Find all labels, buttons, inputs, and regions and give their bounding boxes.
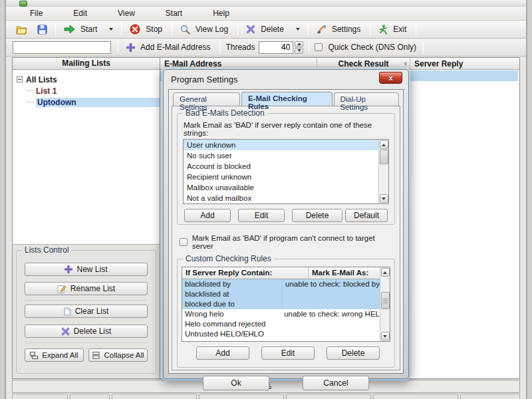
scrollbar-thumb[interactable] <box>381 292 390 309</box>
lists-control-group: Lists Control New List Rename List <box>16 250 156 374</box>
toolbar-separator <box>118 41 118 54</box>
delete-rule-button[interactable]: Delete <box>327 346 380 360</box>
toolbar-separator <box>121 23 122 36</box>
list-item-selected[interactable]: User unknown <box>184 140 378 150</box>
main-toolbar: Start Stop View Log <box>6 21 526 39</box>
ok-button[interactable]: Ok <box>203 376 269 390</box>
email-address-input[interactable] <box>13 41 111 54</box>
custom-rules-table[interactable]: If Server Reply Contain: Mark E-Mail As:… <box>182 267 390 342</box>
exit-runner-icon <box>378 25 388 35</box>
exit-button[interactable]: Exit <box>374 22 412 37</box>
spinner-down-button[interactable] <box>295 48 303 54</box>
scrollbar-thumb[interactable] <box>380 150 388 164</box>
default-strings-button[interactable]: Default <box>345 209 388 222</box>
tab-general-settings[interactable]: General Settings <box>173 92 240 106</box>
add-string-button[interactable]: Add <box>184 209 231 222</box>
menu-file[interactable]: File <box>26 7 47 19</box>
tab-dialup-settings[interactable]: Dial-Up Settings <box>334 92 400 106</box>
expand-all-button[interactable]: Expand All <box>25 348 84 362</box>
table-row[interactable]: Wrong helo Helo command rejected Untrust… <box>182 309 380 342</box>
program-settings-dialog: Program Settings x General Settings E-Ma… <box>162 68 410 380</box>
menu-edit[interactable]: Edit <box>69 7 91 19</box>
address-toolbar: Add E-Mail Address Threads Quick Check (… <box>6 39 526 57</box>
cant-connect-label: Mark Email as 'BAD' if program can't con… <box>192 234 394 250</box>
column-mark-email-as[interactable]: Mark E-Mail As: <box>309 267 380 279</box>
rule-line: Helo command rejected <box>185 319 281 329</box>
collapse-all-button[interactable]: Collapse All <box>88 348 148 362</box>
tree-line <box>27 102 34 102</box>
cant-connect-checkbox[interactable] <box>180 238 188 246</box>
stop-button[interactable]: Stop <box>125 22 168 37</box>
save-button[interactable] <box>33 22 52 37</box>
stop-button-label: Stop <box>144 25 164 34</box>
tree-line <box>27 90 34 91</box>
threads-input[interactable] <box>259 41 293 54</box>
settings-button-label: Settings <box>331 25 362 34</box>
status-panel <box>199 394 284 399</box>
custom-rules-buttons: Add Edit Delete <box>182 346 390 360</box>
list-item[interactable]: Mailbox unavailable <box>184 182 378 193</box>
rename-list-label: Rename List <box>70 284 115 293</box>
column-server-reply[interactable]: Server Reply <box>410 58 519 69</box>
tree-item-list1[interactable]: List 1 <box>15 85 160 96</box>
tree-expand-row: Expand All Collapse All <box>25 348 148 362</box>
spinner-up-button[interactable] <box>295 41 303 47</box>
scroll-down-button[interactable] <box>381 332 390 340</box>
start-dropdown[interactable] <box>103 22 118 37</box>
status-panel <box>286 394 371 399</box>
table-row-selected[interactable]: blacklisted by blacklisted at blocked du… <box>182 279 380 309</box>
add-rule-button[interactable]: Add <box>196 346 249 360</box>
scroll-down-button[interactable] <box>380 194 388 203</box>
edit-string-button[interactable]: Edit <box>238 209 285 222</box>
stop-icon <box>130 24 140 35</box>
menu-help[interactable]: Help <box>209 7 233 19</box>
quick-check-checkbox[interactable] <box>315 43 323 51</box>
open-button[interactable] <box>11 22 33 37</box>
toolbar-separator <box>308 23 309 36</box>
settings-button[interactable]: Settings <box>312 22 366 37</box>
cancel-button[interactable]: Cancel <box>303 376 369 390</box>
rename-list-button[interactable]: Rename List <box>25 282 148 295</box>
edit-rule-button[interactable]: Edit <box>261 346 315 360</box>
clear-list-button[interactable]: Clear List <box>25 305 148 318</box>
tab-email-checking-rules[interactable]: E-Mail Checking Rules <box>241 92 332 106</box>
scroll-up-button[interactable] <box>381 268 390 277</box>
expand-all-label: Expand All <box>42 351 78 359</box>
collapse-expander-icon[interactable] <box>17 76 23 82</box>
thumb-grip <box>383 303 388 303</box>
list-item[interactable]: No such user <box>184 150 378 161</box>
sort-indicator-icon: ▿ <box>404 61 407 67</box>
view-log-button[interactable]: View Log <box>176 22 234 37</box>
menu-view[interactable]: View <box>114 7 139 19</box>
list-item[interactable]: Not a valid mailbox <box>184 193 378 203</box>
column-if-server-reply[interactable]: If Server Reply Contain: <box>182 267 309 279</box>
down-arrow-icon <box>382 198 386 200</box>
toolbar-separator <box>172 23 172 36</box>
new-list-label: New List <box>76 265 107 274</box>
menu-start[interactable]: Start <box>162 7 186 19</box>
tree-item-uptodown[interactable]: Uptodown <box>15 96 160 108</box>
bad-strings-listbox[interactable]: User unknown No such user Account is blo… <box>183 139 389 204</box>
list-item[interactable]: Account is blocked <box>184 161 378 172</box>
close-button[interactable]: x <box>379 72 402 84</box>
scroll-up-button[interactable] <box>380 140 388 149</box>
custom-rules-inner: If Server Reply Contain: Mark E-Mail As:… <box>182 267 380 341</box>
collapse-all-label: Collapse All <box>104 351 144 359</box>
list-item[interactable]: Recipient unknown <box>184 172 378 182</box>
delete-dropdown[interactable] <box>290 22 305 37</box>
new-list-button[interactable]: New List <box>25 263 148 276</box>
delete-string-button[interactable]: Delete <box>292 209 342 222</box>
up-arrow-icon <box>382 144 386 146</box>
rule-line: blacklisted at <box>185 289 282 299</box>
delete-button[interactable]: Delete <box>241 22 290 37</box>
tree-item-all-lists[interactable]: All Lists <box>15 74 160 85</box>
table-scrollbar[interactable] <box>380 267 390 341</box>
start-button[interactable]: Start <box>59 22 103 37</box>
rename-pencil-icon <box>57 285 66 293</box>
thumb-grip <box>383 301 388 301</box>
listbox-scrollbar[interactable] <box>378 140 388 203</box>
add-email-button[interactable]: Add E-Mail Address <box>122 40 216 55</box>
delete-list-button[interactable]: Delete List <box>25 325 148 338</box>
status-panel <box>373 394 458 399</box>
clipped-row-sliver <box>185 339 281 342</box>
